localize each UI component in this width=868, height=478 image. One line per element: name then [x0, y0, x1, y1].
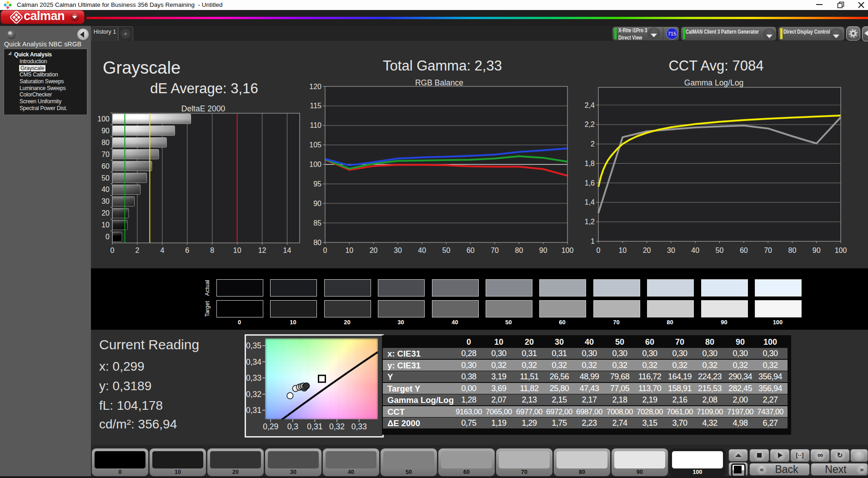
svg-text:14: 14	[283, 247, 291, 254]
svg-text:0,32: 0,32	[329, 422, 345, 431]
svg-text:dE Average: 3,16: dE Average: 3,16	[150, 81, 258, 96]
svg-text:Total Gamma: 2,33: Total Gamma: 2,33	[383, 58, 502, 74]
svg-text:40: 40	[418, 247, 426, 254]
svg-text:8: 8	[210, 247, 214, 254]
svg-text:0,32: 0,32	[246, 390, 261, 399]
svg-text:50: 50	[101, 174, 110, 182]
svg-text:80: 80	[313, 239, 321, 247]
svg-text:20: 20	[370, 247, 378, 254]
svg-text:CCT Avg: 7084: CCT Avg: 7084	[668, 58, 763, 74]
svg-text:105: 105	[309, 141, 321, 149]
svg-text:Gamma Log/Log: Gamma Log/Log	[684, 78, 743, 87]
svg-text:0,31: 0,31	[307, 422, 322, 431]
svg-text:50: 50	[716, 247, 724, 254]
svg-text:1,6: 1,6	[585, 179, 595, 187]
svg-text:1,8: 1,8	[585, 160, 595, 167]
svg-text:0,29: 0,29	[263, 422, 278, 431]
svg-text:1,2: 1,2	[585, 218, 595, 226]
svg-text:2: 2	[135, 247, 139, 254]
svg-text:115: 115	[310, 102, 321, 110]
svg-text:0: 0	[597, 247, 601, 254]
svg-text:80: 80	[515, 247, 523, 254]
svg-text:2: 2	[591, 140, 595, 148]
svg-text:90: 90	[101, 127, 110, 135]
svg-text:0: 0	[110, 247, 115, 254]
svg-text:80: 80	[101, 139, 110, 146]
svg-text:DeltaE 2000: DeltaE 2000	[181, 104, 226, 113]
svg-text:30: 30	[101, 197, 110, 205]
svg-text:100: 100	[835, 247, 847, 254]
svg-text:70: 70	[101, 151, 110, 158]
svg-text:70: 70	[764, 247, 772, 254]
svg-text:30: 30	[394, 247, 402, 254]
svg-text:RGB Balance: RGB Balance	[415, 78, 463, 87]
svg-text:100: 100	[97, 115, 110, 123]
svg-text:30: 30	[667, 247, 675, 254]
svg-text:60: 60	[740, 247, 748, 254]
svg-text:90: 90	[813, 247, 821, 254]
svg-text:60: 60	[467, 247, 475, 254]
svg-text:0,33: 0,33	[246, 373, 261, 382]
svg-text:2,4: 2,4	[585, 101, 595, 109]
svg-text:10: 10	[345, 247, 353, 254]
svg-text:120: 120	[309, 83, 321, 91]
svg-text:10: 10	[233, 247, 241, 254]
svg-text:1: 1	[591, 237, 595, 245]
svg-text:12: 12	[258, 247, 266, 254]
svg-text:0,33: 0,33	[351, 422, 367, 431]
svg-text:0,34: 0,34	[246, 357, 261, 367]
svg-text:50: 50	[442, 247, 451, 254]
svg-text:6: 6	[185, 247, 189, 254]
svg-text:0: 0	[323, 247, 327, 254]
svg-text:4: 4	[160, 247, 164, 254]
svg-text:100: 100	[309, 161, 321, 168]
svg-text:1,4: 1,4	[585, 198, 595, 206]
svg-text:80: 80	[788, 247, 797, 254]
svg-text:90: 90	[313, 200, 321, 207]
svg-text:0,31: 0,31	[246, 406, 261, 415]
svg-text:20: 20	[643, 247, 651, 254]
svg-text:90: 90	[539, 247, 547, 254]
svg-text:0,3: 0,3	[287, 422, 298, 431]
svg-text:110: 110	[310, 121, 321, 129]
svg-text:100: 100	[562, 247, 574, 254]
svg-text:10: 10	[618, 247, 627, 254]
svg-text:Grayscale: Grayscale	[103, 58, 181, 77]
svg-text:40: 40	[101, 186, 110, 193]
svg-text:20: 20	[101, 209, 110, 217]
svg-text:2,2: 2,2	[585, 121, 595, 128]
svg-text:85: 85	[313, 219, 321, 227]
svg-text:0,35: 0,35	[246, 341, 261, 350]
svg-text:95: 95	[313, 180, 321, 188]
svg-text:40: 40	[691, 247, 699, 254]
svg-text:0: 0	[105, 233, 110, 241]
svg-text:60: 60	[101, 162, 110, 170]
svg-text:70: 70	[491, 247, 499, 254]
svg-text:10: 10	[101, 221, 110, 229]
